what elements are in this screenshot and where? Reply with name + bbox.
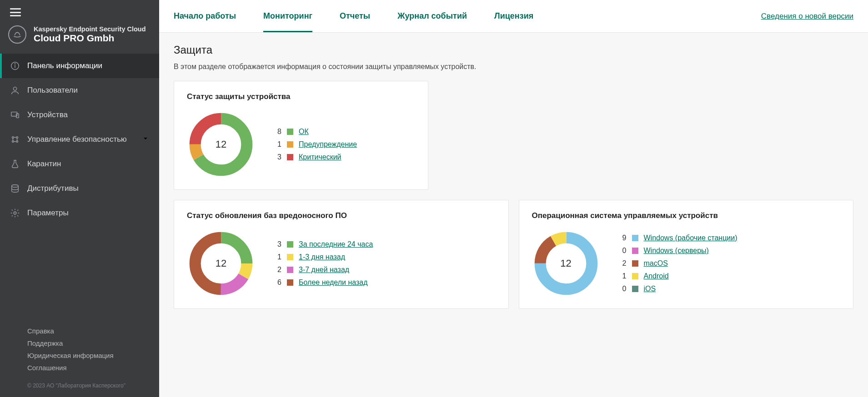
- footer-agreements-link[interactable]: Соглашения: [27, 364, 149, 372]
- legend-label-link[interactable]: macOS: [644, 259, 668, 268]
- legend-count: 0: [618, 247, 627, 255]
- copyright: © 2023 АО "Лаборатория Касперского": [27, 382, 149, 389]
- sidebar-item-label: Управление безопасностью: [27, 135, 127, 144]
- version-info-link[interactable]: Сведения о новой версии: [761, 12, 853, 21]
- security-icon: [10, 134, 20, 144]
- sidebar-item-label: Панель информации: [27, 61, 102, 70]
- user-icon: [10, 85, 20, 95]
- sidebar-footer: Справка Поддержка Юридическая информация…: [0, 318, 159, 397]
- sidebar-item-security-management[interactable]: Управление безопасностью: [0, 127, 159, 152]
- sidebar-item-settings[interactable]: Параметры: [0, 201, 159, 225]
- legend-swatch: [287, 129, 293, 135]
- legend-label-link[interactable]: ОК: [299, 128, 309, 136]
- card-update-status: Статус обновления баз вредоносного ПО 12…: [174, 200, 509, 309]
- card-title: Операционная система управляемых устройс…: [532, 211, 841, 220]
- legend-protection: 8ОК1Предупреждение3Критический: [273, 128, 357, 161]
- sidebar-item-dashboard[interactable]: Панель информации: [0, 54, 159, 78]
- legend-label-link[interactable]: iOS: [644, 285, 656, 293]
- svg-point-7: [16, 137, 18, 139]
- legend-count: 8: [273, 128, 281, 136]
- legend-count: 0: [618, 285, 627, 293]
- legend-swatch: [287, 254, 293, 260]
- nav: Панель информации Пользователи Устройств…: [0, 54, 159, 318]
- legend-row: 9Windows (рабочие станции): [618, 234, 738, 242]
- legend-count: 3: [273, 153, 281, 161]
- legend-count: 9: [618, 234, 627, 242]
- legend-row: 8ОК: [273, 128, 357, 136]
- sidebar-item-label: Карантин: [27, 159, 61, 169]
- tab-monitoring[interactable]: Мониторинг: [263, 0, 312, 32]
- info-icon: [10, 61, 20, 71]
- sidebar-item-users[interactable]: Пользователи: [0, 78, 159, 103]
- svg-point-3: [13, 87, 16, 90]
- sidebar: Kaspersky Endpoint Security Cloud Cloud …: [0, 0, 159, 397]
- legend-swatch: [287, 141, 293, 148]
- donut-total: 12: [532, 229, 600, 298]
- svg-point-2: [15, 64, 15, 64]
- sidebar-item-label: Параметры: [27, 208, 69, 218]
- legend-swatch: [632, 273, 638, 279]
- footer-legal-link[interactable]: Юридическая информация: [27, 352, 149, 359]
- card-title: Статус защиты устройства: [187, 92, 415, 101]
- card-title: Статус обновления баз вредоносного ПО: [187, 211, 496, 220]
- legend-row: 3Критический: [273, 153, 357, 161]
- legend-label-link[interactable]: Windows (рабочие станции): [644, 234, 738, 242]
- svg-point-9: [16, 141, 18, 143]
- sidebar-item-label: Устройства: [27, 110, 68, 119]
- legend-label-link[interactable]: 1-3 дня назад: [299, 253, 345, 261]
- tab-event-log[interactable]: Журнал событий: [397, 0, 467, 32]
- legend-row: 6Более недели назад: [273, 278, 373, 287]
- tabs: Начало работы Мониторинг Отчеты Журнал с…: [159, 0, 868, 33]
- legend-swatch: [287, 154, 293, 160]
- legend-row: 1Предупреждение: [273, 140, 357, 149]
- legend-os: 9Windows (рабочие станции)0Windows (серв…: [618, 234, 738, 293]
- content: Защита В этом разделе отображается инфор…: [159, 33, 868, 397]
- hamburger-menu[interactable]: [10, 8, 21, 16]
- legend-label-link[interactable]: Предупреждение: [299, 140, 357, 149]
- svg-point-6: [12, 137, 14, 139]
- legend-count: 1: [273, 253, 281, 261]
- page-title: Защита: [174, 44, 853, 56]
- donut-chart-updates: 12: [187, 229, 255, 298]
- brand: Kaspersky Endpoint Security Cloud Cloud …: [0, 21, 159, 54]
- legend-label-link[interactable]: За последние 24 часа: [299, 240, 373, 248]
- tab-reports[interactable]: Отчеты: [340, 0, 370, 32]
- legend-row: 23-7 дней назад: [273, 266, 373, 274]
- legend-swatch: [632, 235, 638, 241]
- donut-chart-protection: 12: [187, 110, 255, 179]
- sidebar-item-label: Пользователи: [27, 86, 78, 95]
- card-os: Операционная система управляемых устройс…: [519, 200, 854, 309]
- footer-help-link[interactable]: Справка: [27, 327, 149, 335]
- tab-license[interactable]: Лицензия: [494, 0, 533, 32]
- legend-row: 0iOS: [618, 285, 738, 293]
- legend-label-link[interactable]: Windows (серверы): [644, 247, 709, 255]
- devices-icon: [10, 110, 20, 120]
- legend-row: 11-3 дня назад: [273, 253, 373, 261]
- legend-swatch: [632, 248, 638, 254]
- legend-row: 0Windows (серверы): [618, 247, 738, 255]
- brand-line2: Cloud PRO Gmbh: [34, 33, 146, 44]
- legend-swatch: [632, 260, 638, 267]
- legend-count: 1: [618, 272, 627, 280]
- svg-point-8: [12, 141, 14, 143]
- legend-count: 1: [273, 140, 281, 149]
- legend-label-link[interactable]: Более недели назад: [299, 278, 368, 287]
- flask-icon: [10, 159, 20, 169]
- legend-swatch: [287, 241, 293, 248]
- legend-label-link[interactable]: 3-7 дней назад: [299, 266, 349, 274]
- brand-logo-icon: [8, 25, 26, 44]
- footer-support-link[interactable]: Поддержка: [27, 339, 149, 347]
- svg-point-14: [12, 185, 19, 188]
- sidebar-item-distributions[interactable]: Дистрибутивы: [0, 176, 159, 201]
- sidebar-item-devices[interactable]: Устройства: [0, 103, 159, 127]
- legend-label-link[interactable]: Android: [644, 272, 669, 280]
- legend-label-link[interactable]: Критический: [299, 153, 341, 161]
- svg-rect-5: [16, 114, 19, 118]
- sidebar-item-quarantine[interactable]: Карантин: [0, 152, 159, 176]
- legend-count: 2: [273, 266, 281, 274]
- tab-getting-started[interactable]: Начало работы: [174, 0, 236, 32]
- legend-count: 2: [618, 259, 627, 268]
- database-icon: [10, 184, 20, 194]
- legend-updates: 3За последние 24 часа11-3 дня назад23-7 …: [273, 240, 373, 287]
- sidebar-item-label: Дистрибутивы: [27, 184, 79, 193]
